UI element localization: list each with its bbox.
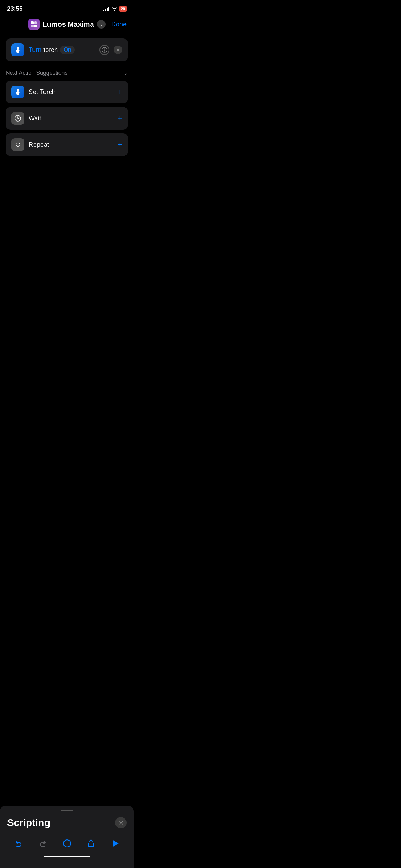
wait-icon [11, 112, 24, 125]
suggestions-title: Next Action Suggestions [6, 70, 67, 76]
suggestions-chevron-icon[interactable]: ⌄ [124, 70, 128, 76]
svg-rect-2 [31, 25, 34, 27]
svg-rect-0 [31, 21, 34, 24]
svg-rect-5 [17, 48, 19, 48]
title-chevron-button[interactable]: ⌄ [97, 20, 106, 29]
repeat-add-button[interactable]: + [118, 141, 122, 149]
set-torch-label: Set Torch [29, 88, 113, 96]
set-torch-icon [11, 86, 24, 98]
wifi-icon [112, 7, 117, 11]
suggestion-wait[interactable]: Wait + [6, 107, 128, 130]
action-card[interactable]: Turn torch On ✕ [6, 38, 128, 61]
action-details: Turn torch On [29, 46, 94, 54]
status-time: 23:55 [7, 5, 22, 12]
header: Lumos Maxima ⌄ Done [0, 16, 134, 36]
torch-action-icon [11, 43, 24, 56]
wait-add-button[interactable]: + [118, 114, 122, 122]
wait-label: Wait [29, 115, 113, 122]
done-button[interactable]: Done [111, 21, 127, 28]
svg-rect-3 [34, 25, 37, 27]
svg-rect-8 [17, 89, 19, 92]
repeat-label: Repeat [29, 141, 113, 149]
suggestions-header: Next Action Suggestions ⌄ [6, 70, 128, 76]
on-pill[interactable]: On [60, 46, 74, 54]
suggestion-set-torch[interactable]: Set Torch + [6, 81, 128, 103]
status-icons: 20 [103, 6, 127, 12]
svg-point-7 [104, 48, 105, 49]
battery-icon: 20 [119, 6, 127, 12]
action-close-button[interactable]: ✕ [114, 46, 122, 54]
torch-text-label: torch [43, 46, 58, 54]
repeat-icon [11, 138, 24, 151]
signal-icon [103, 7, 109, 11]
app-title: Lumos Maxima [42, 20, 94, 29]
suggestion-repeat[interactable]: Repeat + [6, 133, 128, 156]
action-info-button[interactable] [99, 45, 109, 55]
main-content: Turn torch On ✕ Next Action Suggestions … [0, 36, 134, 162]
svg-rect-1 [34, 21, 37, 24]
set-torch-add-button[interactable]: + [118, 88, 122, 96]
header-title-area: Lumos Maxima ⌄ [28, 19, 105, 30]
turn-label[interactable]: Turn [29, 46, 41, 54]
status-bar: 23:55 20 [0, 0, 134, 16]
app-icon [28, 19, 40, 30]
